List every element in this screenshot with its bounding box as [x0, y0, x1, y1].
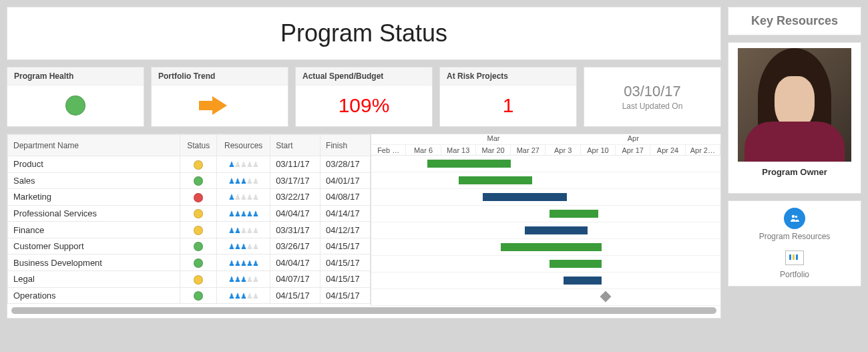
cell-resources: ♟♟♟♟♟	[217, 238, 270, 254]
status-dot-icon	[194, 291, 203, 301]
cell-name: Legal	[8, 271, 180, 287]
gantt-row[interactable]	[371, 256, 720, 273]
gantt-row[interactable]	[371, 206, 720, 222]
gantt-row[interactable]	[371, 189, 720, 206]
cell-start: 03/17/17	[270, 172, 320, 189]
cell-status	[180, 172, 217, 189]
gantt-bar[interactable]	[550, 210, 598, 218]
col-finish[interactable]: Finish	[320, 135, 371, 156]
kpi-label: Actual Spend/Budget	[296, 67, 432, 85]
gantt-row[interactable]	[371, 239, 720, 256]
kpi-portfolio-trend[interactable]: Portfolio Trend	[151, 67, 288, 127]
people-icon	[784, 208, 805, 229]
kpi-at-risk[interactable]: At Risk Projects 1	[439, 67, 577, 127]
gantt-bar[interactable]	[501, 243, 602, 251]
cell-finish: 04/15/17	[320, 287, 371, 304]
trend-arrow-icon	[212, 96, 227, 115]
timeline-week: Mar 27	[511, 145, 546, 156]
cell-finish: 04/15/17	[320, 271, 371, 287]
health-status-icon	[65, 96, 85, 116]
link-portfolio[interactable]: Portfolio	[780, 250, 809, 279]
table-row[interactable]: Product♟♟♟♟♟03/11/1703/28/17	[8, 156, 371, 173]
table-row[interactable]: Customer Support♟♟♟♟♟03/26/1704/15/17	[8, 238, 371, 254]
timeline-week: Apr 17	[616, 145, 650, 156]
table-row[interactable]: Professional Services♟♟♟♟♟04/04/1704/14/…	[8, 205, 371, 222]
gantt-row[interactable]	[371, 273, 720, 289]
cell-name: Marketing	[8, 189, 180, 206]
cell-resources: ♟♟♟♟♟	[217, 287, 270, 304]
milestone-icon[interactable]	[600, 291, 612, 303]
cell-finish: 04/14/17	[320, 205, 371, 222]
gantt-bar[interactable]	[564, 277, 602, 285]
svg-point-0	[792, 215, 795, 218]
cell-resources: ♟♟♟♟♟	[217, 271, 270, 287]
cell-status	[180, 238, 217, 254]
owner-label: Program Owner	[734, 167, 855, 177]
gantt-bar[interactable]	[459, 176, 532, 184]
cell-name: Product	[8, 156, 180, 173]
kpi-last-updated: 03/10/17 Last Updated On	[584, 67, 721, 127]
timeline-month: Apr	[628, 134, 639, 142]
kpi-row: Program Health Portfolio Trend Actual Sp…	[7, 67, 721, 127]
cell-start: 03/31/17	[270, 222, 320, 238]
sidebar-title: Key Resources	[751, 14, 838, 27]
cell-status	[180, 205, 217, 222]
cell-resources: ♟♟♟♟♟	[217, 205, 270, 222]
cell-start: 03/11/17	[270, 156, 320, 173]
col-start[interactable]: Start	[270, 135, 320, 156]
program-owner-card[interactable]: Program Owner	[728, 42, 861, 194]
gantt-bar[interactable]	[550, 260, 602, 268]
table-row[interactable]: Finance♟♟♟♟♟03/31/1704/12/17	[8, 222, 371, 238]
updated-date: 03/10/17	[624, 83, 681, 100]
timeline-week: Mar 13	[441, 145, 476, 156]
gantt-row[interactable]	[371, 156, 720, 172]
kpi-program-health[interactable]: Program Health	[7, 67, 144, 127]
status-dot-icon	[194, 226, 203, 235]
grid-table: Department Name Status Resources Start F…	[7, 134, 371, 306]
page-title: Program Status	[7, 19, 720, 47]
cell-name: Sales	[8, 172, 180, 189]
cell-start: 03/26/17	[270, 238, 320, 254]
gantt-row[interactable]	[371, 222, 720, 239]
cell-status	[180, 189, 217, 206]
gantt-bar[interactable]	[427, 160, 511, 168]
kpi-actual-spend[interactable]: Actual Spend/Budget 109%	[295, 67, 433, 127]
gantt-row[interactable]	[371, 289, 720, 306]
status-dot-icon	[194, 242, 203, 251]
kpi-label: Program Health	[7, 67, 144, 85]
cell-resources: ♟♟♟♟♟	[217, 254, 270, 271]
gantt-row[interactable]	[371, 172, 720, 189]
table-row[interactable]: Business Development♟♟♟♟♟04/04/1704/15/1…	[8, 254, 371, 271]
gantt-bar[interactable]	[525, 226, 588, 234]
updated-caption: Last Updated On	[622, 102, 683, 111]
timeline-week: Apr 2…	[686, 145, 720, 156]
cell-name: Operations	[8, 287, 180, 304]
table-row[interactable]: Marketing♟♟♟♟♟03/22/1704/08/17	[8, 189, 371, 206]
svg-point-1	[795, 216, 798, 218]
table-row[interactable]: Sales♟♟♟♟♟03/17/1704/01/17	[8, 172, 371, 189]
cell-resources: ♟♟♟♟♟	[217, 156, 270, 173]
cell-start: 04/04/17	[270, 254, 320, 271]
col-status[interactable]: Status	[180, 135, 217, 156]
spend-value: 109%	[339, 94, 390, 117]
table-row[interactable]: Legal♟♟♟♟♟04/07/1704/15/17	[8, 271, 371, 287]
table-row[interactable]: Operations♟♟♟♟♟04/15/1704/15/17	[8, 287, 371, 304]
cell-finish: 04/15/17	[320, 238, 371, 254]
timeline-week: Apr 3	[546, 145, 580, 156]
cell-status	[180, 156, 217, 173]
horizontal-scrollbar[interactable]	[11, 307, 716, 314]
col-department[interactable]: Department Name	[8, 135, 180, 156]
timeline-week: Mar 20	[476, 145, 511, 156]
cell-status	[180, 254, 217, 271]
cell-name: Customer Support	[8, 238, 180, 254]
gantt-timeline[interactable]: MarApr Feb …Mar 6Mar 13Mar 20Mar 27Apr 3…	[371, 134, 720, 306]
status-dot-icon	[194, 275, 203, 285]
cell-finish: 04/12/17	[320, 222, 371, 238]
cell-status	[180, 287, 217, 304]
cell-finish: 04/08/17	[320, 189, 371, 206]
col-resources[interactable]: Resources	[217, 135, 270, 156]
gantt-bar[interactable]	[483, 193, 567, 201]
title-card: Program Status	[7, 7, 721, 60]
link-program-resources[interactable]: Program Resources	[759, 208, 831, 241]
cell-finish: 04/15/17	[320, 254, 371, 271]
